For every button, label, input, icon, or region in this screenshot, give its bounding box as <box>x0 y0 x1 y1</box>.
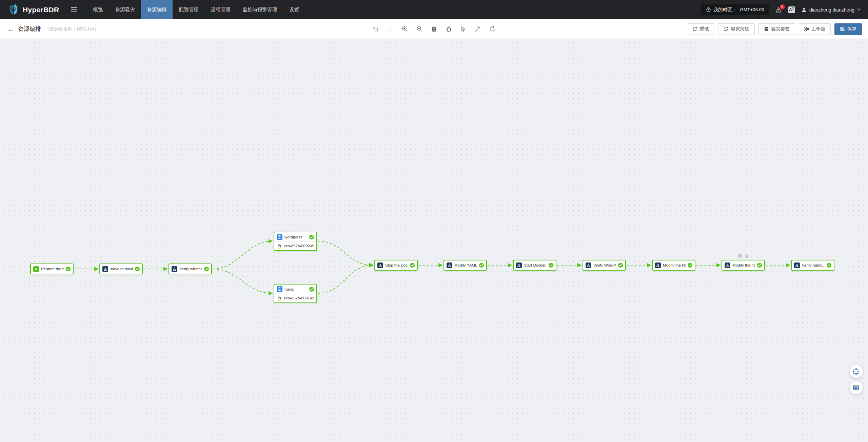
back-button[interactable]: ← <box>7 26 14 33</box>
nav-menu: 概览资源容灾资源编排配置管理运维管理监控与报警管理设置 <box>87 0 305 19</box>
page-header: ← 资源编排 （资源组名称：DRS-HA） 重试容灾演练容灾接管工作流 保存 <box>0 19 868 39</box>
workflow-node-n10[interactable]: Verify nginx... <box>791 260 834 271</box>
clock-icon <box>706 7 711 12</box>
workflow-node-wp[interactable]: wordperssecs-852b-0002-864e <box>274 232 317 251</box>
drill-label: 容灾演练 <box>731 26 749 32</box>
workflow-node-n1[interactable]: Restore the host <box>30 264 74 274</box>
node-hover-actions <box>738 254 749 258</box>
ansible-icon <box>447 262 452 268</box>
chevron-down-icon <box>857 8 861 11</box>
delete-node-icon[interactable] <box>745 254 749 258</box>
retry-button[interactable]: 重试 <box>687 23 714 35</box>
status-success-icon <box>309 287 314 292</box>
ansible-icon <box>172 266 177 272</box>
drill-icon <box>724 26 729 31</box>
status-success-icon <box>479 263 484 268</box>
node-label: Verify whether th... <box>179 267 202 271</box>
tool-redo-icon <box>387 26 394 32</box>
workflow-canvas[interactable]: Restore the hostslave to masterVerify wh… <box>0 39 868 442</box>
status-success-icon <box>827 263 831 268</box>
ansible-icon <box>655 262 661 268</box>
linux-tux-icon <box>277 244 282 249</box>
ansible-icon <box>102 266 108 272</box>
timezone-selector[interactable]: 我的时区： GMT+08:00 <box>701 4 769 15</box>
nav-item-3-active[interactable]: 资源编排 <box>141 0 173 19</box>
workflow-node-n5[interactable]: Modify YAML... <box>443 260 487 271</box>
tool-pan-icon[interactable] <box>446 26 452 32</box>
status-success-icon <box>204 267 209 271</box>
takeover-button[interactable]: 容灾接管 <box>758 23 795 35</box>
status-success-icon <box>757 263 762 268</box>
node-label: Stop the Docker... <box>385 263 408 267</box>
tool-select-icon[interactable] <box>460 26 467 32</box>
tool-zoom-in-icon[interactable] <box>402 26 408 32</box>
tool-undo-icon[interactable] <box>373 26 379 32</box>
retry-icon <box>692 26 697 31</box>
brand-name: HyperBDR <box>23 6 59 14</box>
timezone-label: 我的时区： <box>714 7 737 13</box>
workflow-node-ng[interactable]: nginxecs-852b-0001-86a2 <box>274 284 317 303</box>
node-label: Verify nginx... <box>802 263 825 267</box>
ansible-icon <box>725 262 730 268</box>
ansible-icon <box>794 262 800 268</box>
nav-right: 我的时区： GMT+08:00 0 A文 dianzheng dianzheng <box>701 4 868 15</box>
status-success-icon <box>66 267 71 271</box>
workflow-node-n4[interactable]: Stop the Docker... <box>374 260 418 271</box>
hamburger-menu-icon[interactable] <box>68 7 87 13</box>
status-success-icon <box>135 267 140 271</box>
page-title: 资源编排 <box>18 25 41 33</box>
workflow-node-n8[interactable]: Modify the Nginx... <box>652 260 695 271</box>
workflow-node-n2[interactable]: slave to master <box>99 264 143 274</box>
brand[interactable]: HyperBDR <box>0 4 68 16</box>
ansible-icon <box>586 262 591 268</box>
copy-node-icon[interactable] <box>738 254 742 258</box>
nav-item-4[interactable]: 配置管理 <box>173 0 204 19</box>
tool-refresh-icon[interactable] <box>489 26 496 32</box>
nav-item-1[interactable]: 概览 <box>87 0 109 19</box>
save-button[interactable]: 保存 <box>834 23 862 35</box>
node-label: Modify the hosts... <box>732 263 755 267</box>
resource-group-name: （资源组名称：DRS-HA） <box>45 26 99 32</box>
tool-zoom-out-icon[interactable] <box>416 26 423 32</box>
retry-label: 重试 <box>700 26 709 32</box>
nav-item-7[interactable]: 设置 <box>283 0 305 19</box>
workflow-node-n6[interactable]: Start Docker... <box>513 260 556 271</box>
node-label: Modify YAML... <box>454 263 477 267</box>
workflow-node-n9[interactable]: Modify the hosts... <box>722 260 765 271</box>
docs-fab[interactable] <box>850 381 863 394</box>
tool-wand-icon[interactable] <box>475 26 481 32</box>
assistant-fab[interactable] <box>850 365 863 378</box>
tool-delete-icon[interactable] <box>431 26 437 32</box>
alarm-button[interactable]: 0 <box>775 7 782 13</box>
user-menu[interactable]: dianzheng dianzheng <box>802 7 861 13</box>
node-label: wordperss <box>284 235 307 239</box>
drill-button[interactable]: 容灾演练 <box>718 23 755 35</box>
robot-icon <box>852 367 860 376</box>
status-success-icon <box>309 235 314 239</box>
book-icon <box>852 384 860 392</box>
nav-item-5[interactable]: 运维管理 <box>204 0 236 19</box>
group-icon <box>277 286 282 292</box>
takeover-label: 容灾接管 <box>771 26 790 32</box>
status-success-icon <box>410 263 415 268</box>
node-label: Verify WordPress... <box>593 263 616 267</box>
node-host-name: ecs-852b-0002-864e <box>284 244 314 248</box>
linux-tux-icon <box>277 296 282 301</box>
status-success-icon <box>549 263 553 268</box>
ansible-icon <box>377 262 383 268</box>
node-host-name: ecs-852b-0001-86a2 <box>284 296 314 300</box>
language-switch-icon[interactable]: A文 <box>788 6 795 13</box>
top-navbar: HyperBDR 概览资源容灾资源编排配置管理运维管理监控与报警管理设置 我的时… <box>0 0 868 19</box>
timezone-value: GMT+08:00 <box>740 7 764 12</box>
user-name: dianzheng dianzheng <box>809 7 854 13</box>
workflow-node-n7[interactable]: Verify WordPress... <box>583 260 626 271</box>
node-label: Modify the Nginx... <box>663 263 686 267</box>
workflow-button[interactable]: 工作流 <box>799 23 831 35</box>
node-label: slave to master <box>110 267 133 271</box>
workflow-node-n3[interactable]: Verify whether th... <box>169 264 212 274</box>
nav-item-6[interactable]: 监控与报警管理 <box>236 0 283 19</box>
node-label: Restore the host <box>41 267 64 271</box>
nav-item-2[interactable]: 资源容灾 <box>109 0 141 19</box>
status-success-icon <box>688 263 692 268</box>
takeover-icon <box>764 26 769 31</box>
